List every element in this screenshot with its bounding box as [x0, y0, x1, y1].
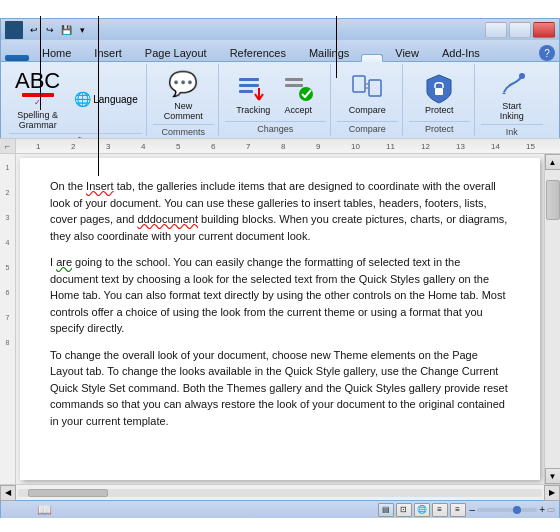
insert-mode[interactable]: [76, 509, 84, 511]
svg-rect-13: [435, 88, 443, 95]
proofing-group: ABC ✓ Spelling &Grammar 🌐 Language: [5, 64, 147, 136]
close-button[interactable]: [533, 22, 555, 38]
scroll-right-button[interactable]: ▶: [544, 485, 560, 501]
red-underline-icon: [22, 93, 54, 97]
web-layout-button[interactable]: 🌐: [414, 503, 430, 517]
customize-button[interactable]: ▾: [75, 23, 89, 37]
svg-rect-1: [239, 84, 259, 87]
accept-button[interactable]: Accept: [278, 70, 318, 118]
new-comment-button[interactable]: 💬 NewComment: [160, 66, 207, 124]
page-info[interactable]: [5, 509, 13, 511]
tab-mailings[interactable]: Mailings: [298, 43, 360, 62]
ruler-mark-1: 1: [36, 142, 40, 151]
tab-bar: Home Insert Page Layout References Maili…: [1, 40, 559, 62]
scroll-left-button[interactable]: ◀: [0, 485, 16, 501]
zoom-out-button[interactable]: –: [470, 504, 476, 515]
ruler-mark-14: 14: [491, 142, 500, 151]
tab-page-layout[interactable]: Page Layout: [134, 43, 218, 62]
review-tab-line: [336, 16, 337, 78]
scroll-track[interactable]: [545, 170, 560, 468]
tab-add-ins[interactable]: Add-Ins: [431, 43, 491, 62]
protect-group-label: Protect: [409, 121, 470, 134]
abc-icon: ABC: [15, 70, 60, 92]
tracking-button[interactable]: Tracking: [232, 70, 274, 118]
scroll-thumb[interactable]: [546, 180, 560, 220]
h-scroll-thumb[interactable]: [28, 489, 108, 497]
redo-button[interactable]: ↪: [43, 23, 57, 37]
misspelled-dddocument: dddocument: [137, 213, 198, 225]
status-right: ▤ ⊡ 🌐 ≡ ≡ – +: [378, 503, 555, 517]
minimize-button[interactable]: [485, 22, 507, 38]
zoom-thumb[interactable]: [513, 506, 521, 514]
scroll-up-button[interactable]: ▲: [545, 154, 561, 170]
window-controls: [485, 22, 555, 38]
grammatical-are: are: [56, 256, 72, 268]
document-page: On the Insert tab, the galleries include…: [16, 154, 544, 484]
ink-label: Ink: [481, 124, 543, 137]
words-count[interactable]: [21, 509, 29, 511]
svg-rect-2: [239, 90, 253, 93]
protect-icon: [423, 72, 455, 104]
compare-group: Compare Compare: [333, 64, 403, 136]
changes-buttons: Tracking Accept: [225, 66, 326, 121]
svg-rect-7: [285, 84, 303, 87]
tab-review[interactable]: [361, 54, 383, 62]
start-inking-icon: [496, 68, 528, 100]
svg-rect-10: [369, 80, 381, 96]
full-screen-button[interactable]: ⊡: [396, 503, 412, 517]
compare-button[interactable]: Compare: [345, 70, 390, 118]
h-scroll-track[interactable]: [18, 489, 542, 497]
paragraph-2: I are going to the school. You can easil…: [50, 254, 510, 337]
tab-view[interactable]: View: [384, 43, 430, 62]
ruler-mark-2: 2: [71, 142, 75, 151]
spell-check-status: 📖: [37, 503, 52, 517]
zoom-percent[interactable]: [547, 508, 555, 512]
zoom-in-button[interactable]: +: [539, 504, 545, 515]
tab-insert[interactable]: Insert: [83, 43, 133, 62]
print-layout-button[interactable]: ▤: [378, 503, 394, 517]
ink-group: StartInking Ink: [477, 64, 547, 136]
quick-access-toolbar: ↩ ↪ 💾 ▾: [27, 23, 89, 37]
zoom-slider[interactable]: [477, 508, 537, 512]
tab-home[interactable]: Home: [31, 43, 82, 62]
ribbon-content: ABC ✓ Spelling &Grammar 🌐 Language: [1, 62, 559, 138]
spelling-mistake-line: [98, 16, 99, 176]
start-inking-label: StartInking: [500, 102, 524, 122]
undo-button[interactable]: ↩: [27, 23, 41, 37]
protect-button[interactable]: Protect: [419, 70, 459, 118]
ruler-corner[interactable]: ⌐: [0, 138, 16, 154]
tracking-icon: [237, 72, 269, 104]
protect-group: Protect Protect: [405, 64, 475, 136]
proofing-buttons: ABC ✓ Spelling &Grammar 🌐 Language: [9, 66, 142, 133]
ruler-mark-4: 4: [141, 142, 145, 151]
protect-buttons: Protect: [409, 66, 470, 121]
ink-buttons: StartInking: [481, 66, 543, 124]
svg-rect-0: [239, 78, 259, 81]
start-inking-button[interactable]: StartInking: [492, 66, 532, 124]
horizontal-scrollbar[interactable]: ◀ ▶: [0, 484, 560, 500]
ruler-mark-5: 5: [176, 142, 180, 151]
right-scrollbar[interactable]: ▲ ▼: [544, 154, 560, 484]
accept-svg: [282, 72, 314, 104]
compare-label: Compare: [349, 106, 386, 116]
save-button[interactable]: 💾: [59, 23, 73, 37]
ruler-mark-3: 3: [106, 142, 110, 151]
help-button[interactable]: ?: [539, 45, 555, 61]
restore-button[interactable]: [509, 22, 531, 38]
paragraph-3: To change the overall look of your docum…: [50, 347, 510, 430]
ruler-mark-13: 13: [456, 142, 465, 151]
inking-svg: [496, 68, 528, 100]
outline-button[interactable]: ≡: [432, 503, 448, 517]
page-content[interactable]: On the Insert tab, the galleries include…: [20, 158, 540, 480]
scroll-down-button[interactable]: ▼: [545, 468, 561, 484]
zoom-control[interactable]: – +: [470, 504, 555, 515]
spelling-grammar-button[interactable]: ABC ✓ Spelling &Grammar: [9, 66, 66, 133]
language-status[interactable]: [60, 509, 68, 511]
paragraph-1: On the Insert tab, the galleries include…: [50, 178, 510, 244]
language-button[interactable]: 🌐 Language: [70, 89, 142, 109]
file-tab[interactable]: [5, 55, 29, 61]
ruler-mark-7: 7: [246, 142, 250, 151]
tab-references[interactable]: References: [219, 43, 297, 62]
svg-rect-9: [353, 76, 365, 92]
draft-button[interactable]: ≡: [450, 503, 466, 517]
